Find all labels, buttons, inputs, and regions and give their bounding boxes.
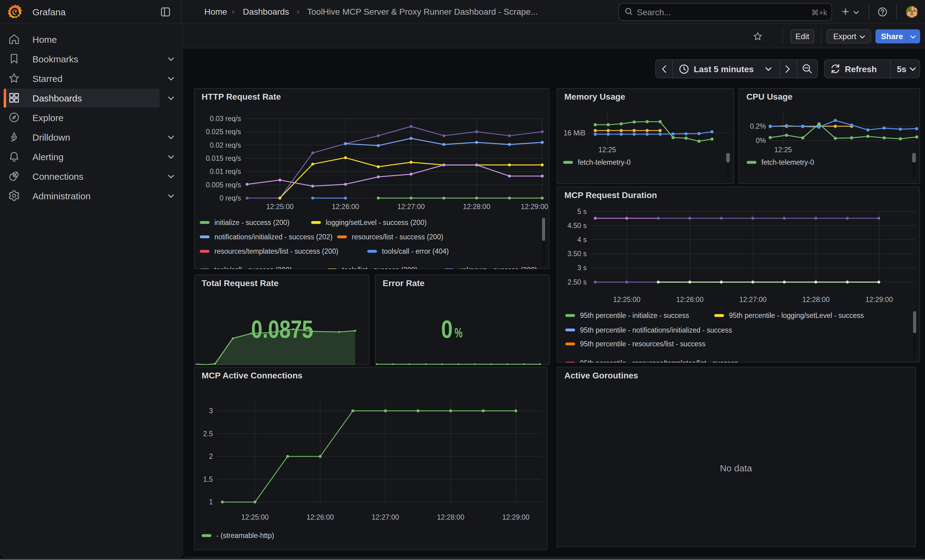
svg-text:0.02 req/s: 0.02 req/s xyxy=(209,141,241,149)
svg-text:12:27:00: 12:27:00 xyxy=(739,296,767,303)
svg-text:logging/setLevel - success (20: logging/setLevel - success (200) xyxy=(325,218,426,226)
svg-text:12:25: 12:25 xyxy=(598,146,616,153)
svg-text:resources/templates/list - suc: resources/templates/list - success (200) xyxy=(214,247,338,255)
svg-text:initialize - success (200): initialize - success (200) xyxy=(214,218,289,226)
svg-text:0.015 req/s: 0.015 req/s xyxy=(206,154,241,162)
svg-text:12:28:00: 12:28:00 xyxy=(802,296,830,303)
svg-text:0.025 req/s: 0.025 req/s xyxy=(206,128,241,135)
svg-text:95th percentile - resources/te: 95th percentile - resources/templates/li… xyxy=(580,359,738,362)
svg-text:12:25: 12:25 xyxy=(774,146,792,153)
svg-text:0.03 req/s: 0.03 req/s xyxy=(209,114,241,122)
svg-text:1.5: 1.5 xyxy=(203,475,212,483)
svg-text:notifications/initialized - su: notifications/initialized - success (202… xyxy=(214,233,332,240)
svg-text:0 req/s: 0 req/s xyxy=(219,194,241,202)
svg-text:2: 2 xyxy=(209,452,212,460)
svg-text:12:26:00: 12:26:00 xyxy=(676,296,703,303)
svg-text:4.50 s: 4.50 s xyxy=(567,222,586,230)
svg-text:12:29:00: 12:29:00 xyxy=(502,513,529,521)
svg-text:fetch-telemetry-0: fetch-telemetry-0 xyxy=(761,158,814,166)
svg-text:3: 3 xyxy=(209,407,212,415)
svg-text:0.0875: 0.0875 xyxy=(251,315,313,343)
svg-text:95th percentile - logging/setL: 95th percentile - logging/setLevel - suc… xyxy=(729,311,863,320)
svg-text:12:25:00: 12:25:00 xyxy=(241,513,268,521)
svg-text:1: 1 xyxy=(209,498,212,506)
svg-text:95th percentile - initialize -: 95th percentile - initialize - success xyxy=(580,311,689,320)
svg-text:12:26:00: 12:26:00 xyxy=(306,513,334,521)
svg-text:95th percentile - resources/li: 95th percentile - resources/list - succe… xyxy=(580,340,705,348)
svg-text:12:28:00: 12:28:00 xyxy=(462,203,490,210)
svg-text:3 s: 3 s xyxy=(577,264,586,272)
svg-text:5 s: 5 s xyxy=(577,207,586,216)
svg-text:12:29:00: 12:29:00 xyxy=(865,296,893,303)
svg-text:2.50 s: 2.50 s xyxy=(567,278,586,286)
svg-text:0.005 req/s: 0.005 req/s xyxy=(206,181,241,189)
svg-text:tools/call - success (200): tools/call - success (200) xyxy=(214,266,292,269)
svg-text:fetch-telemetry-0: fetch-telemetry-0 xyxy=(577,158,630,166)
svg-text:12:26:00: 12:26:00 xyxy=(331,203,359,210)
svg-text:0: 0 xyxy=(441,315,452,343)
svg-text:2.5: 2.5 xyxy=(203,430,212,438)
svg-text:unknown - success (200): unknown - success (200) xyxy=(458,266,537,269)
svg-text:12:25:00: 12:25:00 xyxy=(613,296,640,303)
svg-text:tools/list - success (200): tools/list - success (200) xyxy=(342,266,417,269)
svg-text:%: % xyxy=(454,325,462,340)
svg-text:0.2%: 0.2% xyxy=(750,122,766,130)
svg-text:12:27:00: 12:27:00 xyxy=(397,203,425,210)
svg-text:3.50 s: 3.50 s xyxy=(567,250,586,258)
svg-text:12:28:00: 12:28:00 xyxy=(437,513,464,521)
svg-text:12:27:00: 12:27:00 xyxy=(371,513,399,521)
svg-text:12:25:00: 12:25:00 xyxy=(266,203,293,210)
svg-text:16 MiB: 16 MiB xyxy=(563,129,585,137)
svg-text:0.01 req/s: 0.01 req/s xyxy=(209,167,241,175)
svg-text:- (streamable-http): - (streamable-http) xyxy=(216,531,274,539)
svg-text:95th percentile - notification: 95th percentile - notifications/initiali… xyxy=(580,326,732,334)
svg-text:4 s: 4 s xyxy=(577,236,586,244)
svg-text:0%: 0% xyxy=(756,136,766,144)
svg-text:tools/call - error (404): tools/call - error (404) xyxy=(382,247,449,255)
svg-text:resources/list - success (200): resources/list - success (200) xyxy=(351,233,443,240)
svg-text:12:29:00: 12:29:00 xyxy=(520,203,548,210)
